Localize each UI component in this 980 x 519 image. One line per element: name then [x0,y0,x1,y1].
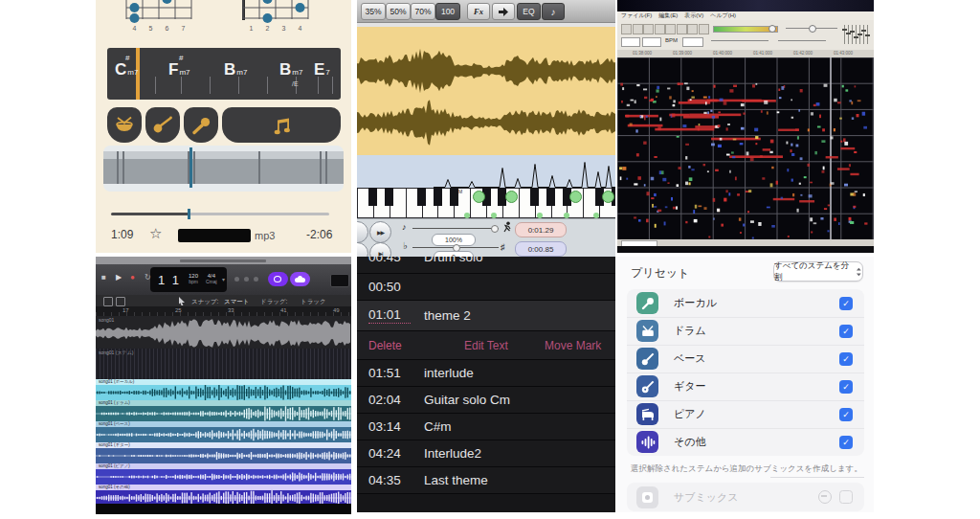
mini-slider-3[interactable] [778,40,826,41]
chord-timeline[interactable]: C#m7F#m7Bm7Bm7/EE7 [107,48,341,100]
stem-row[interactable]: ボーカル✓ [627,289,864,318]
toolbar-icon[interactable] [633,24,643,34]
black-key[interactable] [368,188,377,206]
record-icon[interactable]: ● [130,273,135,282]
scrubber[interactable] [103,146,344,192]
favorite-star-icon[interactable]: ☆ [149,225,162,242]
progress-remaining[interactable] [189,213,329,215]
stem-checkbox[interactable]: ✓ [839,297,853,310]
to-end-button[interactable]: ▶| [369,242,391,257]
chord-label[interactable]: E7 [314,60,330,79]
bpm-box[interactable] [682,37,703,47]
stem-row[interactable]: ギター✓ [627,372,864,401]
toolbar-icon[interactable] [655,24,665,34]
marker-row[interactable]: 01:01theme 2 [357,301,615,331]
black-key[interactable] [434,188,442,206]
menu-編集(E)[interactable]: 編集(E) [658,11,678,20]
move-mark-button[interactable]: Move Mark [545,339,601,352]
lcd-display[interactable]: 1 1 120bpm 4/4Cmaj ▾ [150,267,227,292]
chord-label[interactable]: Bm7/E [279,60,302,79]
marker-row[interactable]: 03:14C#m [357,414,615,440]
black-key[interactable] [417,188,426,206]
marker-row[interactable]: 04:35Last theme [357,467,615,494]
menu-ヘルプ(H)[interactable]: ヘルプ(H) [710,11,736,20]
scrubber-playhead[interactable] [189,147,192,188]
mini-fader[interactable] [844,25,845,44]
note-button[interactable]: ♪ [542,3,565,20]
stem-lane[interactable] [96,427,351,442]
window-titlebar[interactable] [617,0,874,11]
library-toggle-icon[interactable] [116,297,125,306]
eq-button[interactable]: EQ [517,3,541,20]
mini-fader[interactable] [848,25,849,44]
stem-lane[interactable] [96,448,351,463]
stem-checkbox[interactable]: ✓ [839,436,853,449]
toolbar-icon[interactable] [687,24,698,34]
stem-row[interactable]: ピアノ✓ [627,400,864,429]
toolbar-token[interactable]: スナップ: [191,298,218,306]
loop-pill-button[interactable] [268,272,288,286]
toolbar-token[interactable]: トラック [301,298,326,306]
speed-slider-track[interactable] [412,228,499,229]
plain-slider-knob[interactable] [809,25,816,33]
zoom-35pct-button[interactable]: 35% [361,3,386,20]
marker-row[interactable]: 00:50 [357,274,615,301]
bass-button[interactable] [145,107,180,143]
chord-label[interactable]: F#m7 [168,60,190,79]
tool-dot-3[interactable] [254,277,258,282]
toolbar-icon[interactable] [677,24,687,34]
mini-fader[interactable] [852,25,853,44]
toolbar-icon[interactable] [665,24,676,34]
stem-lane[interactable] [96,406,351,421]
mini-fader[interactable] [859,25,860,44]
value-box-2[interactable] [642,37,661,47]
toolbar-token[interactable]: スマート [224,298,249,306]
menu-ファイル(F)[interactable]: ファイル(F) [621,11,652,20]
speed-slider-knob[interactable] [491,225,499,233]
preset-dropdown[interactable]: すべてのステムを分割 [773,261,863,282]
fast-forward-button[interactable]: ▶▶ [369,221,391,243]
fx-button[interactable]: Fx [467,3,490,20]
toolbar-token[interactable]: ドラッグ: [260,298,287,306]
stem-row[interactable]: ドラム✓ [627,317,864,346]
note-grid[interactable] [617,57,874,239]
tool-dot-1[interactable] [234,277,239,282]
audio-track[interactable]: song01 (ステム) [96,349,351,380]
zoom-100-button[interactable]: 100 [435,3,460,20]
stem-row[interactable]: その他✓ [627,428,864,456]
black-key[interactable] [385,188,393,206]
cycle-icon[interactable]: ↻ [145,273,151,282]
mini-slider-2[interactable] [711,40,768,41]
notes-button[interactable] [222,107,341,143]
stem-checkbox[interactable]: ✓ [839,325,853,338]
chord-label[interactable]: C#m7 [115,60,138,79]
lcd-chevron-icon[interactable]: ▾ [222,276,225,282]
marker-row[interactable]: 04:24Interlude2 [357,440,615,467]
progress-handle[interactable] [188,209,190,219]
view-toggle-icon[interactable] [103,297,113,306]
delete-button[interactable]: Delete [368,339,402,352]
stem-checkbox[interactable]: ✓ [839,380,853,394]
progress-elapsed[interactable] [111,213,189,215]
stem-row[interactable]: ベース✓ [627,345,864,373]
scrubber-band[interactable] [103,151,344,184]
stop-icon[interactable]: ■ [101,273,106,282]
black-key[interactable] [450,188,458,206]
mini-fader[interactable] [856,25,857,44]
zoom-70pct-button[interactable]: 70% [411,3,435,20]
tool-dot-2[interactable] [244,277,249,282]
stem-checkbox[interactable]: ✓ [839,408,853,421]
stem-lane[interactable] [96,469,351,485]
menu-表示(V)[interactable]: 表示(V) [684,11,703,20]
play-icon[interactable]: ▶ [116,273,122,282]
marker-row[interactable]: 02:04Guitar solo Cm [357,387,615,414]
back-button[interactable] [357,242,368,257]
edit-text-button[interactable]: Edit Text [464,339,508,352]
rewind-button[interactable] [357,221,368,243]
black-key[interactable] [546,188,555,206]
black-key[interactable] [530,188,539,206]
pointer-tool-icon[interactable] [178,297,186,305]
chord-label[interactable]: Bm7 [224,60,247,79]
stem-lane[interactable] [96,385,351,400]
mic-button[interactable] [184,107,218,143]
